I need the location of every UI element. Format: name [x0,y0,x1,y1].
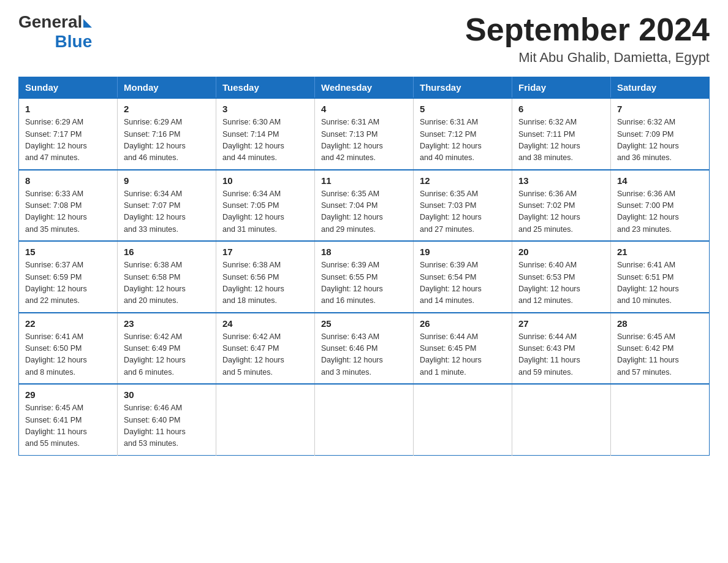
calendar-header: Sunday Monday Tuesday Wednesday Thursday… [19,77,710,99]
day-cell: 4Sunrise: 6:31 AMSunset: 7:13 PMDaylight… [315,98,414,170]
day-number: 19 [420,247,506,257]
day-cell: 6Sunrise: 6:32 AMSunset: 7:11 PMDaylight… [512,98,611,170]
day-info: Sunrise: 6:42 AMSunset: 6:47 PMDaylight:… [222,331,308,379]
day-cell: 11Sunrise: 6:35 AMSunset: 7:04 PMDayligh… [315,170,414,242]
day-info: Sunrise: 6:30 AMSunset: 7:14 PMDaylight:… [222,117,308,164]
calendar-title-area: September 2024 Mit Abu Ghalib, Damietta,… [465,12,710,66]
day-number: 4 [321,104,407,114]
day-cell: 19Sunrise: 6:39 AMSunset: 6:54 PMDayligh… [414,241,512,313]
day-cell: 21Sunrise: 6:41 AMSunset: 6:51 PMDayligh… [611,241,710,313]
col-wednesday: Wednesday [315,77,414,99]
day-info: Sunrise: 6:46 AMSunset: 6:40 PMDaylight:… [124,402,210,450]
day-cell: 30Sunrise: 6:46 AMSunset: 6:40 PMDayligh… [118,384,216,455]
day-number: 12 [420,175,506,186]
day-number: 25 [321,318,407,329]
day-number: 7 [617,104,703,114]
day-number: 5 [420,104,506,114]
logo-general-text: General [18,12,82,32]
day-info: Sunrise: 6:38 AMSunset: 6:56 PMDaylight:… [222,259,308,307]
day-number: 11 [321,175,407,186]
day-info: Sunrise: 6:45 AMSunset: 6:42 PMDaylight:… [617,331,703,379]
day-cell: 28Sunrise: 6:45 AMSunset: 6:42 PMDayligh… [611,313,710,385]
day-cell: 3Sunrise: 6:30 AMSunset: 7:14 PMDaylight… [216,98,315,170]
day-number: 1 [25,104,111,114]
day-info: Sunrise: 6:41 AMSunset: 6:51 PMDaylight:… [617,259,703,307]
day-cell: 1Sunrise: 6:29 AMSunset: 7:17 PMDaylight… [19,98,118,170]
col-friday: Friday [512,77,611,99]
day-cell: 15Sunrise: 6:37 AMSunset: 6:59 PMDayligh… [19,241,118,313]
day-info: Sunrise: 6:38 AMSunset: 6:58 PMDaylight:… [124,259,210,307]
day-number: 3 [222,104,308,114]
week-row-4: 22Sunrise: 6:41 AMSunset: 6:50 PMDayligh… [19,313,710,385]
day-number: 8 [25,175,111,186]
logo: General Blue [18,12,92,52]
day-cell: 24Sunrise: 6:42 AMSunset: 6:47 PMDayligh… [216,313,315,385]
day-info: Sunrise: 6:39 AMSunset: 6:54 PMDaylight:… [420,259,506,307]
day-cell: 26Sunrise: 6:44 AMSunset: 6:45 PMDayligh… [414,313,512,385]
col-thursday: Thursday [414,77,512,99]
day-info: Sunrise: 6:42 AMSunset: 6:49 PMDaylight:… [124,331,210,379]
day-number: 14 [617,175,703,186]
day-number: 24 [222,318,308,329]
day-cell: 16Sunrise: 6:38 AMSunset: 6:58 PMDayligh… [118,241,216,313]
col-tuesday: Tuesday [216,77,315,99]
day-cell: 29Sunrise: 6:45 AMSunset: 6:41 PMDayligh… [19,384,118,455]
day-number: 16 [124,247,210,257]
day-cell [611,384,710,455]
day-info: Sunrise: 6:40 AMSunset: 6:53 PMDaylight:… [518,259,604,307]
day-cell: 18Sunrise: 6:39 AMSunset: 6:55 PMDayligh… [315,241,414,313]
day-number: 18 [321,247,407,257]
week-row-3: 15Sunrise: 6:37 AMSunset: 6:59 PMDayligh… [19,241,710,313]
day-info: Sunrise: 6:44 AMSunset: 6:45 PMDaylight:… [420,331,506,379]
day-cell [216,384,315,455]
day-info: Sunrise: 6:33 AMSunset: 7:08 PMDaylight:… [25,188,111,236]
day-number: 28 [617,318,703,329]
day-cell [315,384,414,455]
day-cell: 8Sunrise: 6:33 AMSunset: 7:08 PMDaylight… [19,170,118,242]
day-cell: 14Sunrise: 6:36 AMSunset: 7:00 PMDayligh… [611,170,710,242]
day-info: Sunrise: 6:29 AMSunset: 7:16 PMDaylight:… [124,117,210,164]
day-cell: 27Sunrise: 6:44 AMSunset: 6:43 PMDayligh… [512,313,611,385]
day-cell: 7Sunrise: 6:32 AMSunset: 7:09 PMDaylight… [611,98,710,170]
day-info: Sunrise: 6:31 AMSunset: 7:12 PMDaylight:… [420,117,506,164]
day-info: Sunrise: 6:29 AMSunset: 7:17 PMDaylight:… [25,117,111,164]
day-cell: 12Sunrise: 6:35 AMSunset: 7:03 PMDayligh… [414,170,512,242]
day-info: Sunrise: 6:37 AMSunset: 6:59 PMDaylight:… [25,259,111,307]
day-cell: 13Sunrise: 6:36 AMSunset: 7:02 PMDayligh… [512,170,611,242]
header-row: Sunday Monday Tuesday Wednesday Thursday… [19,77,710,99]
day-number: 15 [25,247,111,257]
day-number: 9 [124,175,210,186]
day-cell: 22Sunrise: 6:41 AMSunset: 6:50 PMDayligh… [19,313,118,385]
day-info: Sunrise: 6:39 AMSunset: 6:55 PMDaylight:… [321,259,407,307]
day-cell: 23Sunrise: 6:42 AMSunset: 6:49 PMDayligh… [118,313,216,385]
day-info: Sunrise: 6:36 AMSunset: 7:00 PMDaylight:… [617,188,703,236]
page-header: General Blue September 2024 Mit Abu Ghal… [18,12,710,66]
col-monday: Monday [118,77,216,99]
day-info: Sunrise: 6:34 AMSunset: 7:07 PMDaylight:… [124,188,210,236]
day-cell [414,384,512,455]
day-number: 13 [518,175,604,186]
day-number: 6 [518,104,604,114]
day-number: 10 [222,175,308,186]
day-number: 22 [25,318,111,329]
day-info: Sunrise: 6:36 AMSunset: 7:02 PMDaylight:… [518,188,604,236]
day-number: 20 [518,247,604,257]
calendar-location: Mit Abu Ghalib, Damietta, Egypt [465,50,710,66]
col-saturday: Saturday [611,77,710,99]
day-info: Sunrise: 6:44 AMSunset: 6:43 PMDaylight:… [518,331,604,379]
day-number: 21 [617,247,703,257]
day-cell: 17Sunrise: 6:38 AMSunset: 6:56 PMDayligh… [216,241,315,313]
day-info: Sunrise: 6:35 AMSunset: 7:04 PMDaylight:… [321,188,407,236]
col-sunday: Sunday [19,77,118,99]
day-number: 17 [222,247,308,257]
day-number: 27 [518,318,604,329]
calendar-body: 1Sunrise: 6:29 AMSunset: 7:17 PMDaylight… [19,98,710,455]
day-cell: 20Sunrise: 6:40 AMSunset: 6:53 PMDayligh… [512,241,611,313]
calendar-table: Sunday Monday Tuesday Wednesday Thursday… [18,77,710,456]
day-number: 23 [124,318,210,329]
day-info: Sunrise: 6:41 AMSunset: 6:50 PMDaylight:… [25,331,111,379]
day-info: Sunrise: 6:32 AMSunset: 7:09 PMDaylight:… [617,117,703,164]
day-info: Sunrise: 6:45 AMSunset: 6:41 PMDaylight:… [25,402,111,450]
day-cell: 25Sunrise: 6:43 AMSunset: 6:46 PMDayligh… [315,313,414,385]
day-number: 29 [25,389,111,400]
